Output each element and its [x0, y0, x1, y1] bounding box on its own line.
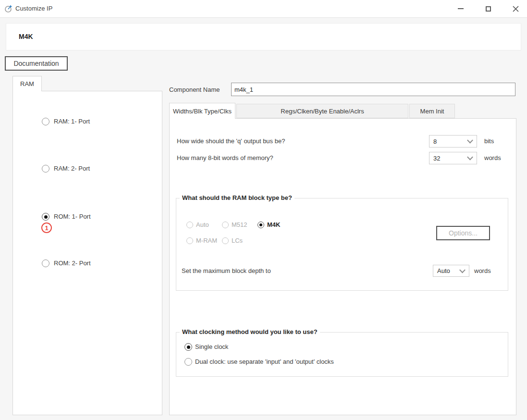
radio-icon — [42, 213, 49, 221]
module-name: M4K — [19, 24, 33, 50]
radio-icon — [186, 222, 193, 228]
tab-ram[interactable]: RAM — [12, 76, 42, 91]
radio-label: RAM: 2- Port — [54, 165, 90, 173]
memory-words-value: 32 — [433, 155, 440, 162]
radio-icon — [42, 259, 49, 267]
radio-label: Auto — [196, 221, 209, 229]
close-button[interactable] — [508, 1, 523, 16]
bus-width-unit: bits — [484, 137, 494, 145]
annotation-step-1: 1 — [41, 222, 52, 233]
memory-words-label: How many 8-bit words of memory? — [177, 154, 273, 162]
radio-label: ROM: 2- Port — [54, 259, 91, 267]
radio-label: Single clock — [195, 343, 228, 351]
options-button[interactable]: Options... — [436, 226, 490, 240]
block-type-group — [176, 198, 508, 291]
radio-icon — [42, 118, 49, 125]
block-type-group-title: What should the RAM block type be? — [180, 194, 294, 202]
close-icon — [513, 6, 519, 12]
minimize-button[interactable] — [453, 1, 468, 16]
radio-label: LCs — [232, 237, 243, 245]
radio-label: Dual clock: use separate 'input' and 'ou… — [195, 358, 334, 366]
tab-mem-init[interactable]: Mem Init — [409, 104, 455, 118]
radio-icon — [42, 165, 49, 173]
documentation-button-label: Documentation — [13, 60, 59, 67]
radio-label: RAM: 1- Port — [54, 118, 90, 125]
maximize-button[interactable] — [480, 1, 496, 16]
radio-icon — [184, 358, 192, 366]
radio-icon — [257, 222, 264, 228]
block-depth-value: Auto — [437, 267, 450, 274]
customize-ip-window: Customize IP M4K Documentation RAM RAM: … — [0, 0, 527, 420]
left-panel — [12, 91, 162, 415]
title-bar: Customize IP — [0, 0, 527, 18]
radio-icon — [222, 237, 229, 244]
memory-words-unit: words — [484, 154, 501, 162]
tab-ram-label: RAM — [20, 80, 34, 87]
chevron-down-icon — [459, 267, 466, 273]
tab-label: Regs/Clken/Byte Enable/Aclrs — [281, 108, 364, 115]
clocking-group — [176, 332, 508, 377]
app-icon — [4, 4, 13, 13]
block-depth-label: Set the maximum block depth to — [182, 267, 271, 275]
radio-label: M4K — [267, 221, 280, 229]
options-button-label: Options... — [449, 229, 478, 237]
module-header: M4K — [6, 23, 521, 50]
q-output-bus-width-label: How wide should the 'q' output bus be? — [177, 137, 285, 145]
radio-label: M-RAM — [196, 237, 217, 245]
radio-icon — [184, 343, 192, 351]
window-title: Customize IP — [15, 0, 52, 17]
chevron-down-icon — [467, 137, 473, 144]
bus-width-select[interactable]: 8 — [429, 135, 477, 148]
documentation-button[interactable]: Documentation — [5, 56, 68, 71]
radio-label: ROM: 1- Port — [54, 213, 91, 221]
minimize-icon — [458, 8, 464, 9]
tab-widths-blk-type-clks[interactable]: Widths/Blk Type/Clks — [169, 103, 235, 119]
radio-label: M512 — [232, 221, 247, 229]
radio-icon — [222, 222, 229, 228]
block-depth-unit: words — [474, 267, 491, 275]
maximize-icon — [486, 6, 491, 12]
block-depth-select[interactable]: Auto — [433, 265, 469, 277]
component-name-input[interactable] — [231, 83, 515, 96]
radio-icon — [186, 237, 193, 244]
bus-width-value: 8 — [433, 138, 437, 145]
memory-words-select[interactable]: 32 — [429, 152, 477, 164]
component-name-label: Component Name — [169, 86, 220, 94]
clocking-group-title: What clocking method would you like to u… — [180, 328, 320, 336]
chevron-down-icon — [467, 154, 473, 161]
tab-label: Widths/Blk Type/Clks — [173, 108, 232, 115]
tab-label: Mem Init — [420, 108, 444, 115]
tab-regs-clken-byte-enable-aclrs[interactable]: Regs/Clken/Byte Enable/Aclrs — [236, 104, 408, 118]
